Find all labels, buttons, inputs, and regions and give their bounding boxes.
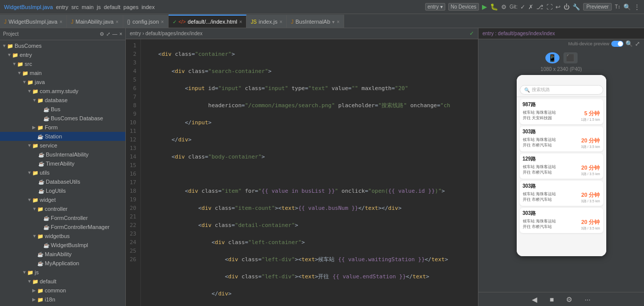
tree-item-form[interactable]: ▶ 📁 Form bbox=[0, 123, 125, 132]
settings-icon[interactable]: ⚙ bbox=[100, 31, 104, 37]
more-icon[interactable]: ⋮ bbox=[634, 4, 640, 11]
run-button[interactable]: ▶ bbox=[482, 3, 487, 11]
bus-card-303a[interactable]: 303路 候车站 海珠客运站 开往 市桥汽车站 20 分钟 3路 / 3.5 k… bbox=[520, 126, 603, 151]
tree-item-com[interactable]: ▼ 📁 com.army.study bbox=[0, 87, 125, 96]
search-icon[interactable]: 🔍 bbox=[625, 40, 633, 47]
tab-businternal[interactable]: J BusInternalAb ▾ × bbox=[287, 15, 344, 28]
git-x-icon[interactable]: ✗ bbox=[528, 4, 533, 11]
bus-right: 20 分钟 3路 / 3.5 km bbox=[581, 191, 600, 204]
tab-config[interactable]: {} config.json × bbox=[123, 15, 169, 28]
tree-item-widgetbusimpl[interactable]: ☕ WidgetBusImpl bbox=[0, 241, 125, 250]
java-file-icon: ☕ bbox=[38, 188, 44, 194]
text-icon[interactable]: T↕ bbox=[615, 4, 620, 10]
tree-item-common[interactable]: ▶ 📁 common bbox=[0, 286, 125, 295]
bus-card-303b[interactable]: 303路 候车站 海珠客运站 开往 市桥汽车站 20 分钟 3路 / 3.5 k… bbox=[520, 181, 603, 206]
bus-card-303c[interactable]: 303路 候车站 海珠客运站 开往 市桥汽车站 20 分钟 3路 / 3.5 k… bbox=[520, 208, 603, 233]
bus-route: 303路 bbox=[523, 128, 600, 135]
expand2-icon[interactable]: ⤢ bbox=[635, 40, 640, 47]
phone-device-btn[interactable]: 📱 bbox=[545, 52, 559, 63]
close-icon[interactable]: × bbox=[119, 31, 122, 37]
settings-icon[interactable]: ⚙ bbox=[501, 4, 507, 11]
more-bottom-button[interactable]: ··· bbox=[585, 295, 591, 303]
tree-item-database[interactable]: ▼ 📁 database bbox=[0, 96, 125, 105]
zoom-icon[interactable]: 🔍 bbox=[623, 4, 631, 11]
tab-index-js[interactable]: JS index.js × bbox=[247, 15, 287, 28]
tab-close[interactable]: × bbox=[239, 19, 243, 25]
home-button[interactable]: ■ bbox=[549, 295, 553, 303]
tab-close[interactable]: × bbox=[59, 19, 62, 25]
code-line-1: <div class="container"> bbox=[145, 50, 474, 58]
tree-arrow: ▼ bbox=[32, 98, 37, 103]
undo-icon[interactable]: ↩ bbox=[555, 4, 560, 11]
tree-arrow: ▶ bbox=[32, 125, 37, 130]
tab-label: BusInternalAb bbox=[295, 19, 330, 25]
tree-item-timerabiltiy[interactable]: ☕ TimerAbility bbox=[0, 159, 125, 168]
tree-item-js[interactable]: ▼ 📁 js bbox=[0, 268, 125, 277]
tree-item-bus[interactable]: ☕ Bus bbox=[0, 105, 125, 114]
tree-item-controller[interactable]: ▼ 📁 controller bbox=[0, 204, 125, 213]
preview-panel: entry : default/pages/index/index Multi-… bbox=[478, 28, 644, 306]
settings-bottom-button[interactable]: ⚙ bbox=[566, 295, 573, 303]
tree-item-station[interactable]: ☕ Station bbox=[0, 132, 125, 141]
tree-arrow: ▼ bbox=[2, 43, 7, 48]
tab-close[interactable]: × bbox=[279, 19, 282, 25]
tablet-device-btn[interactable]: ⬛ bbox=[564, 52, 578, 63]
tree-item-widgetbus[interactable]: ▼ 📁 widgetbus bbox=[0, 232, 125, 241]
tree-item-java[interactable]: ▼ 📁 java bbox=[0, 78, 125, 87]
tree-arrow: ▶ bbox=[32, 288, 37, 293]
code-content[interactable]: 12345 678910 1112131415 1617181920 21222… bbox=[126, 39, 478, 306]
entry-dropdown[interactable]: entry ▾ bbox=[425, 3, 445, 11]
busscomes-label[interactable]: WidgetBusImpl.java bbox=[4, 4, 53, 10]
tree-item-src[interactable]: ▼ 📁 src bbox=[0, 59, 125, 68]
tree-item-default[interactable]: ▼ 📁 default bbox=[0, 277, 125, 286]
bus-card-987[interactable]: 987路 候车站 海珠客运站 开往 天安科技园 5 分钟 1路 / 1.5 km bbox=[520, 99, 603, 124]
tab-close[interactable]: × bbox=[337, 19, 340, 25]
multi-device-toggle[interactable] bbox=[611, 41, 623, 47]
back-button[interactable]: ◀ bbox=[532, 295, 537, 303]
code-lines[interactable]: <div class="container"> <div class="sear… bbox=[141, 39, 478, 306]
code-line-15: </div> bbox=[145, 289, 474, 298]
tree-item-logutils[interactable]: ☕ LogUtils bbox=[0, 186, 125, 195]
no-devices-dropdown[interactable]: No Devices bbox=[448, 3, 479, 11]
folder-icon: 📁 bbox=[32, 197, 38, 203]
tree-item-i18n[interactable]: ▶ 📁 i18n bbox=[0, 295, 125, 304]
tree-item-entry[interactable]: ▼ 📁 entry bbox=[0, 50, 125, 59]
bus-right: 20 分钟 3路 / 3.5 km bbox=[581, 218, 600, 231]
tree-item-pages[interactable]: ▼ 📁 pages bbox=[0, 304, 125, 306]
tree-item-buscomes[interactable]: ▼ 📁 BusComes bbox=[0, 41, 125, 50]
redo-icon[interactable]: ⏻ bbox=[564, 4, 570, 11]
code-line-11: <div class="detail-container"> bbox=[145, 221, 474, 230]
tree-item-utils[interactable]: ▼ 📁 utils bbox=[0, 168, 125, 177]
java-file-icon: ☕ bbox=[43, 224, 49, 230]
tree-item-formcontroller[interactable]: ☕ FormController bbox=[0, 213, 125, 222]
tree-item-service[interactable]: ▼ 📁 service bbox=[0, 141, 125, 150]
tab-mainability[interactable]: J MainAbility.java × bbox=[67, 15, 123, 28]
debug-button[interactable]: 🐛 bbox=[490, 3, 498, 11]
tree-item-main[interactable]: ▼ 📁 main bbox=[0, 68, 125, 78]
fullscreen-icon[interactable]: ⛶ bbox=[546, 4, 552, 11]
tab-close[interactable]: × bbox=[161, 19, 164, 25]
bus-left: 候车站 海珠客运站 开往 市桥汽车站 bbox=[523, 218, 556, 230]
bus-card-129[interactable]: 129路 候车站 海珠客运站 开往 市桥汽车站 20 分钟 3路 / 3.5 k… bbox=[520, 154, 603, 179]
collapse-icon[interactable]: — bbox=[112, 31, 117, 37]
tab-widgetbusimpl[interactable]: J WidgetBusImpl.java × bbox=[0, 15, 67, 28]
tree-item-myapplication[interactable]: ☕ MyApplication bbox=[0, 259, 125, 268]
end-station: 开往 市桥汽车站 bbox=[523, 224, 556, 230]
bus-time: 20 分钟 bbox=[581, 218, 600, 226]
tree-item-widget[interactable]: ▼ 📁 widget bbox=[0, 195, 125, 204]
tools-icon[interactable]: 🔧 bbox=[573, 4, 580, 11]
main-layout: Project ⚙ ⤢ — × ▼ 📁 BusComes ▼ 📁 entry bbox=[0, 28, 644, 306]
expand-icon[interactable]: ⤢ bbox=[106, 31, 110, 37]
git-branch-icon[interactable]: ⎇ bbox=[536, 4, 543, 11]
tree-item-databaseutils[interactable]: ☕ DatabaseUtils bbox=[0, 177, 125, 186]
tab-index-html[interactable]: ✓ </> default/.../index.html × bbox=[169, 15, 247, 28]
git-check-icon[interactable]: ✓ bbox=[520, 4, 525, 11]
tree-item-formcontrollermanager[interactable]: ☕ FormControllerManager bbox=[0, 222, 125, 232]
tree-item-buscomesdatabase[interactable]: ☕ BusComes Database bbox=[0, 114, 125, 123]
tree-item-mainability[interactable]: ☕ MainAbility bbox=[0, 250, 125, 259]
bus-stops: 1路 / 1.5 km bbox=[581, 117, 600, 122]
tree-item-businternalability[interactable]: ☕ BusInternalAbility bbox=[0, 150, 125, 159]
phone-search-input[interactable]: 🔍 搜索线路 bbox=[520, 85, 603, 95]
previewer-btn[interactable]: Previewer bbox=[583, 3, 611, 11]
tab-close[interactable]: × bbox=[116, 19, 119, 25]
